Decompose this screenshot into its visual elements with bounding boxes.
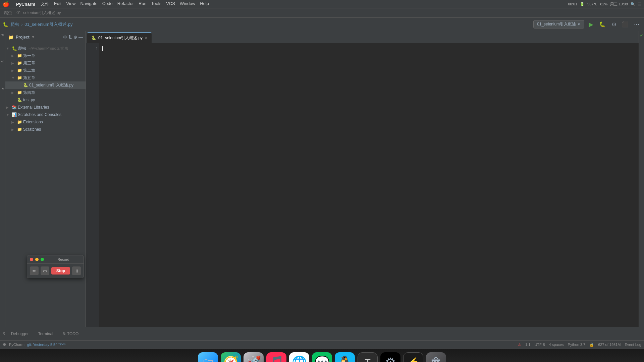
tree-item-selenium-file[interactable]: 🐍 01_selenium引入概述.py (5, 81, 86, 89)
apple-menu[interactable]: 🍎 (3, 1, 9, 7)
bottom-tab-todo[interactable]: 6: TODO (59, 330, 82, 338)
status-error-indicator[interactable]: ⚠ (518, 343, 521, 347)
tree-item-extensions[interactable]: ▶ 📁 Extensions (5, 118, 86, 126)
debug-button[interactable]: 🐛 (598, 20, 607, 29)
project-side-icon[interactable]: P (1, 34, 4, 36)
tree-item-testpy[interactable]: 🐍 test.py (5, 96, 86, 104)
chapter2-label: 第二章 (23, 68, 35, 73)
dock-item-flash[interactable]: ⚡ (403, 352, 423, 362)
tree-item-scratches[interactable]: ▶ 📁 Scratches (5, 126, 86, 133)
tab-close-button[interactable]: ✕ (145, 36, 148, 40)
battery-icon: 🔋 (580, 2, 585, 6)
structure-side-icon[interactable]: S (1, 60, 4, 63)
bottom-tab-debug[interactable]: Debugger (8, 330, 32, 338)
menu-help[interactable]: Help (200, 1, 209, 7)
chrome-icon: 🌐 (292, 355, 307, 362)
status-git-branch[interactable]: git: Yesterday 5:54 下午 (27, 342, 66, 347)
dock-item-pycharm[interactable]: ⚙ (380, 352, 400, 362)
root-name: 爬虫 (18, 46, 26, 51)
external-libs-icon: 📚 (12, 105, 17, 110)
status-indent[interactable]: 4 spaces (549, 343, 564, 347)
extensions-icon: 📁 (17, 120, 22, 124)
favorites-side-icon[interactable]: ★ (1, 86, 4, 90)
tree-item-chapter4[interactable]: ▶ 📁 第四章 (5, 89, 86, 96)
dock-item-trash[interactable]: 🗑 (426, 352, 446, 362)
status-python-version[interactable]: Python 3.7 (568, 343, 586, 347)
root-path: ~/PycharmProjects/爬虫 (29, 46, 68, 51)
menu-view[interactable]: View (66, 1, 75, 7)
dock-item-finder[interactable]: 🗂 (198, 352, 218, 362)
tree-item-scratches-consoles[interactable]: ▼ 📊 Scratches and Consoles (5, 111, 86, 118)
status-left: ⚙ PyCharm git: Yesterday 5:54 下午 (3, 342, 66, 347)
menu-run[interactable]: Run (139, 1, 147, 7)
tree-item-chapter5[interactable]: ▼ 📁 第五章 (5, 74, 86, 81)
more-actions-button[interactable]: ⋯ (632, 20, 641, 29)
dock-item-qq[interactable]: 🐧 (335, 352, 355, 362)
status-pycharm-icon: ⚙ (3, 342, 6, 347)
status-event-log[interactable]: Event Log (625, 343, 641, 347)
status-position[interactable]: 1:1 (525, 343, 530, 347)
record-stop-button[interactable]: Stop (51, 267, 70, 275)
sort-icon[interactable]: ⇅ (68, 35, 72, 40)
app-name[interactable]: PyCharm (16, 2, 35, 7)
record-maximize-dot[interactable] (41, 258, 44, 261)
breadcrumb-project[interactable]: 爬虫 (10, 21, 19, 27)
code-editor[interactable] (99, 43, 639, 327)
search-icon[interactable]: 🔍 (631, 2, 635, 6)
breadcrumb-file[interactable]: 01_selenium引入概述.py (24, 21, 72, 27)
tree-item-chapter3[interactable]: ▶ 📁 第三章 (5, 59, 86, 67)
status-bar: ⚙ PyCharm git: Yesterday 5:54 下午 ⚠ 1:1 U… (0, 340, 644, 349)
tree-item-external-libs[interactable]: ▶ 📚 External Libraries (5, 104, 86, 111)
arrow-expanded: ▼ (6, 113, 11, 117)
arrow-expanded: ▼ (11, 76, 16, 80)
menu-code[interactable]: Code (102, 1, 113, 7)
menu-file[interactable]: 文件 (41, 1, 49, 7)
status-encoding[interactable]: UTF-8 (534, 343, 545, 347)
tree-item-chapter1[interactable]: ▶ 📁 第一章 (5, 52, 86, 59)
dock-item-rocket[interactable]: 🚀 (244, 352, 264, 362)
folder-icon-chapter4: 📁 (17, 90, 22, 95)
menu-vcs[interactable]: VCS (166, 1, 175, 7)
scratches-icon: 📁 (17, 127, 22, 132)
record-minimize-dot[interactable] (35, 258, 39, 261)
editor-tab-active[interactable]: 🐍 01_selenium引入概述.py ✕ (87, 32, 152, 43)
menu-navigate[interactable]: Navigate (80, 1, 97, 7)
bottom-bar: $ Debugger Terminal 6: TODO (0, 327, 644, 340)
dock-item-wechat[interactable]: 💬 (312, 352, 332, 362)
extensions-label: Extensions (23, 120, 43, 124)
record-pause-button[interactable]: ⏸ (72, 266, 81, 275)
dock-item-music[interactable]: 🎵 (266, 352, 286, 362)
check-mark-icon[interactable]: ✓ (640, 33, 644, 38)
menu-window[interactable]: Window (180, 1, 195, 7)
project-panel-title: Project (16, 35, 30, 40)
scratches-consoles-icon: 📊 (12, 112, 17, 117)
run-with-coverage-button[interactable]: ⊙ (609, 20, 619, 29)
record-close-dot[interactable] (30, 258, 33, 261)
record-pen-button[interactable]: ✏ (30, 266, 39, 275)
arrow-collapsed: ▶ (11, 128, 16, 131)
code-area[interactable] (99, 43, 105, 327)
expand-icon[interactable]: ⊕ (73, 35, 77, 40)
menu-tools[interactable]: Tools (151, 1, 161, 7)
gear-icon[interactable]: ⚙ (63, 35, 67, 40)
run-button[interactable]: ▶ (586, 20, 596, 29)
collapse-icon[interactable]: — (78, 35, 83, 40)
record-square-button[interactable]: ▭ (41, 266, 49, 275)
project-dropdown-icon[interactable]: ▼ (32, 35, 35, 39)
dock-item-safari[interactable]: 🧭 (221, 352, 241, 362)
dock-item-typora[interactable]: T (358, 352, 378, 362)
status-project-name: PyCharm (9, 343, 24, 347)
testpy-label: test.py (23, 98, 35, 102)
dock-item-chrome[interactable]: 🌐 (289, 352, 309, 362)
run-config-selector[interactable]: 01_selenium引入概述 ▼ (533, 20, 584, 28)
menu-edit[interactable]: Edit (54, 1, 61, 7)
tree-item-root[interactable]: ▼ 🐛 爬虫 ~/PycharmProjects/爬虫 (5, 45, 86, 52)
notification-icon[interactable]: ☰ (638, 2, 641, 6)
menu-refactor[interactable]: Refactor (117, 1, 134, 7)
root-folder-icon: 🐛 (12, 46, 17, 51)
bottom-tab-terminal[interactable]: Terminal (35, 330, 56, 338)
breadcrumb-separator: › (21, 22, 22, 27)
stop-button[interactable]: ⬛ (621, 20, 630, 29)
folder-icon-chapter3: 📁 (17, 61, 22, 65)
tree-item-chapter2[interactable]: ▶ 📁 第二章 (5, 67, 86, 74)
